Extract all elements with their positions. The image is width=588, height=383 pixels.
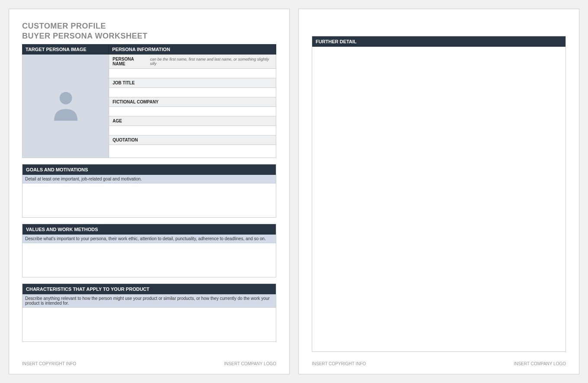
field-fictional-company-label: FICTIONAL COMPANY (109, 97, 276, 107)
field-persona-name-input[interactable] (109, 69, 276, 78)
field-age-label: AGE (109, 116, 276, 126)
section-further-detail: FURTHER DETAIL (312, 36, 566, 352)
field-job-title-input[interactable] (109, 88, 276, 97)
field-job-title-label: JOB TITLE (109, 78, 276, 88)
footer-logo-2: INSERT COMPANY LOGO (514, 361, 566, 366)
footer-logo: INSERT COMPANY LOGO (224, 361, 276, 366)
section-further-detail-input[interactable] (312, 47, 565, 351)
field-fictional-company-input[interactable] (109, 107, 276, 116)
title-block: CUSTOMER PROFILE BUYER PERSONA WORKSHEET (22, 21, 276, 41)
top-content-row: PERSONA NAME can be the first name, firs… (22, 55, 276, 158)
section-characteristics-input[interactable] (23, 308, 276, 341)
footer-copyright: INSERT COPYRIGHT INFO (22, 361, 76, 366)
top-header-row: TARGET PERSONA IMAGE PERSONA INFORMATION (22, 44, 276, 55)
svg-point-0 (59, 92, 72, 104)
section-further-detail-header: FURTHER DETAIL (312, 36, 565, 47)
section-values-input[interactable] (23, 243, 276, 277)
person-icon (46, 86, 85, 126)
page1-footer: INSERT COPYRIGHT INFO INSERT COMPANY LOG… (22, 357, 276, 366)
header-target-persona-image: TARGET PERSONA IMAGE (22, 44, 109, 55)
section-values: VALUES AND WORK METHODS Describe what's … (22, 224, 276, 277)
section-values-header: VALUES AND WORK METHODS (23, 224, 276, 235)
field-quotation-label: QUOTATION (109, 135, 276, 145)
field-age-input[interactable] (109, 126, 276, 135)
page-2: FURTHER DETAIL INSERT COPYRIGHT INFO INS… (298, 9, 579, 374)
field-persona-name-label: PERSONA NAME can be the first name, firs… (109, 55, 276, 69)
section-characteristics-header: CHARACTERISTICS THAT APPLY TO YOUR PRODU… (23, 284, 276, 294)
persona-info-fields: PERSONA NAME can be the first name, firs… (109, 55, 276, 158)
page2-footer: INSERT COPYRIGHT INFO INSERT COMPANY LOG… (312, 357, 566, 366)
field-quotation-input[interactable] (109, 145, 276, 158)
label-hint: can be the first name, first name and la… (150, 57, 272, 66)
section-goals: GOALS AND MOTIVATIONS Detail at least on… (22, 164, 276, 218)
title-line-2: BUYER PERSONA WORKSHEET (22, 31, 276, 41)
section-goals-input[interactable] (23, 183, 276, 217)
section-characteristics-prompt: Describe anything relevant to how the pe… (23, 294, 276, 308)
label-text: PERSONA NAME (113, 57, 147, 66)
title-line-1: CUSTOMER PROFILE (22, 21, 276, 31)
persona-image-placeholder[interactable] (23, 55, 109, 158)
footer-copyright-2: INSERT COPYRIGHT INFO (312, 361, 366, 366)
page-1: CUSTOMER PROFILE BUYER PERSONA WORKSHEET… (9, 9, 290, 374)
section-characteristics: CHARACTERISTICS THAT APPLY TO YOUR PRODU… (22, 283, 276, 342)
section-values-prompt: Describe what's important to your person… (23, 235, 276, 243)
header-persona-information: PERSONA INFORMATION (109, 44, 276, 55)
section-goals-prompt: Detail at least one important, job-relat… (23, 175, 276, 183)
section-goals-header: GOALS AND MOTIVATIONS (23, 164, 276, 175)
